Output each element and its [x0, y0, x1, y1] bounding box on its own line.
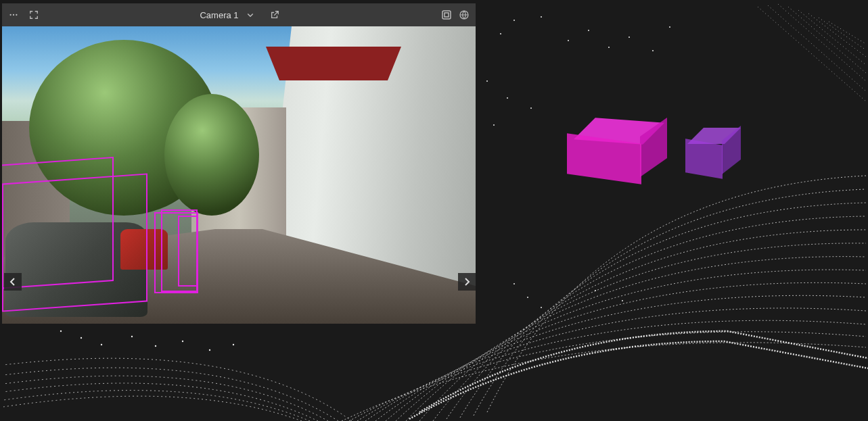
svg-point-9	[486, 80, 488, 82]
svg-point-10	[507, 97, 508, 99]
svg-point-14	[81, 337, 82, 339]
next-frame-button[interactable]	[458, 273, 476, 291]
svg-point-3	[568, 40, 569, 41]
camera-title: Camera 1	[200, 10, 238, 20]
svg-point-4	[588, 30, 589, 31]
svg-point-6	[629, 36, 630, 38]
svg-rect-29	[442, 11, 451, 19]
external-link-icon[interactable]	[269, 9, 281, 21]
scene-vehicle	[120, 229, 168, 270]
globe-settings-icon[interactable]	[458, 9, 470, 21]
svg-point-1	[513, 20, 515, 21]
svg-point-27	[13, 14, 14, 16]
svg-point-24	[622, 300, 623, 301]
svg-point-13	[60, 330, 62, 332]
svg-point-15	[101, 344, 102, 345]
svg-point-25	[595, 290, 596, 291]
svg-point-7	[652, 50, 654, 51]
svg-point-8	[669, 26, 670, 28]
square-overlay-icon[interactable]	[440, 9, 453, 21]
camera-panel-header: Camera 1	[2, 3, 476, 26]
svg-point-17	[155, 345, 156, 347]
camera-panel: Camera 1	[2, 3, 476, 324]
svg-point-28	[16, 14, 17, 16]
cuboid-detection-object[interactable]	[685, 130, 739, 177]
svg-point-5	[608, 47, 610, 48]
chevron-down-icon[interactable]	[244, 9, 256, 21]
svg-point-20	[233, 344, 234, 345]
svg-point-26	[9, 14, 11, 16]
svg-point-21	[513, 283, 515, 284]
svg-point-18	[182, 341, 183, 342]
svg-point-11	[530, 107, 532, 109]
svg-point-19	[209, 349, 210, 351]
more-icon[interactable]	[7, 9, 20, 21]
camera-image-view[interactable]	[2, 26, 476, 324]
svg-point-2	[541, 16, 542, 18]
svg-point-23	[541, 307, 542, 308]
prev-frame-button[interactable]	[4, 273, 22, 291]
scene-tree	[164, 94, 259, 216]
svg-point-12	[493, 124, 495, 126]
svg-point-16	[131, 336, 133, 337]
cuboid-detection-vehicle[interactable]	[567, 122, 665, 182]
svg-point-22	[527, 297, 528, 298]
scene-awning	[266, 47, 401, 80]
svg-point-0	[500, 33, 501, 34]
svg-rect-30	[444, 13, 449, 17]
expand-icon[interactable]	[28, 9, 40, 21]
